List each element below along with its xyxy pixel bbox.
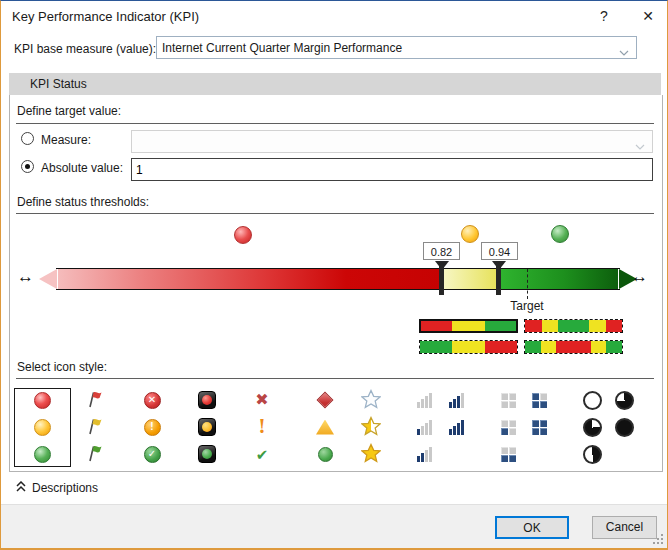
measure-combobox [131,130,653,153]
target-marker-line [527,269,528,299]
icon-style-circled-symbols-row1[interactable]: ✕ [140,388,164,412]
absolute-value-radio[interactable] [21,160,34,173]
divider [16,123,654,124]
divider [16,378,654,379]
icon-style-flags-row2[interactable] [84,415,108,439]
icon-style-bars-3-4-row1[interactable] [444,388,468,412]
base-measure-combobox[interactable]: Internet Current Quarter Margin Performa… [156,36,637,59]
icon-style-circles-3d-row3[interactable] [30,442,54,466]
absolute-value-radio-label[interactable]: Absolute value: [41,161,123,175]
base-measure-value: Internet Current Quarter Margin Performa… [162,41,402,55]
icon-style-moons-a-row3[interactable] [580,442,604,466]
resize-grip[interactable] [653,534,664,545]
chevron-down-icon [635,139,645,153]
icon-style-bars-3-4-row2[interactable] [444,415,468,439]
icon-style-traffic-lights-row3[interactable] [195,442,219,466]
low-threshold-handle[interactable] [439,264,444,295]
threshold-pattern-green-yellow-red-yellow-green[interactable] [524,340,623,354]
yellow-band [442,269,499,289]
divider [16,213,654,214]
slider-right-extend-arrow-icon: ↔ [631,267,648,287]
descriptions-expander[interactable]: Descriptions [16,480,98,496]
slider-left-tip [39,269,57,289]
kpi-status-header: KPI Status [9,73,661,95]
slider-left-extend-arrow-icon: ↔ [17,267,34,287]
icon-style-bars-0-2-row1[interactable] [412,388,436,412]
icon-style-flags-row1[interactable] [84,388,108,412]
icon-style-squares-3-4-row2[interactable] [527,415,551,439]
high-threshold-valuebox[interactable]: 0.94 [481,242,518,260]
threshold-pattern-red-yellow-green-yellow-red[interactable] [524,319,623,333]
red-band [58,269,442,289]
icon-style-shapes-row3[interactable] [313,442,337,466]
icon-style-bars-0-2-row3[interactable] [412,442,436,466]
red-status-dot [234,226,252,244]
kpi-dialog: Key Performance Indicator (KPI) ? ✕ KPI … [0,0,668,550]
define-thresholds-label: Define status thresholds: [17,195,149,209]
icon-style-squares-0-2-row2[interactable] [496,415,520,439]
yellow-status-dot [461,225,479,243]
icon-style-squares-0-2-row3[interactable] [496,442,520,466]
chevron-down-icon [619,45,629,59]
green-band [499,269,618,289]
define-target-label: Define target value: [17,104,121,118]
base-measure-label: KPI base measure (value): [14,42,156,56]
icon-style-squares-0-2-row1[interactable] [496,388,520,412]
threshold-pattern-green-yellow-red[interactable] [419,340,518,354]
icon-style-stars-row1[interactable] [359,388,383,412]
measure-radio[interactable] [21,132,34,145]
footer: OK Cancel [1,504,667,548]
target-marker-label: Target [499,299,555,313]
threshold-slider-track [56,268,620,290]
ok-button[interactable]: OK [495,516,569,539]
icon-style-moons-b-row1[interactable] [612,388,636,412]
icon-style-circled-symbols-row2[interactable]: ! [140,415,164,439]
icon-style-traffic-lights-row1[interactable] [195,388,219,412]
cancel-button[interactable]: Cancel [592,516,657,539]
high-threshold-handle[interactable] [496,264,501,295]
icon-style-shapes-row2[interactable] [313,415,337,439]
icon-style-plain-symbols-row3[interactable]: ✔ [250,442,274,466]
icon-style-traffic-lights-row2[interactable] [195,415,219,439]
icon-style-circles-3d-row2[interactable] [30,415,54,439]
icon-style-moons-a-row1[interactable] [580,388,604,412]
help-button[interactable]: ? [593,7,615,25]
double-chevron-up-icon [16,481,26,495]
select-icon-style-label: Select icon style: [17,360,107,374]
icon-style-squares-3-4-row1[interactable] [527,388,551,412]
icon-style-moons-b-row2[interactable] [612,415,636,439]
icon-style-plain-symbols-row1[interactable]: ✖ [250,388,274,412]
absolute-value-input[interactable] [131,158,653,181]
icon-style-plain-symbols-row2[interactable]: ! [250,415,274,439]
icon-style-moons-a-row2[interactable] [580,415,604,439]
close-button[interactable]: ✕ [637,7,659,25]
icon-style-stars-row3[interactable] [359,442,383,466]
threshold-pattern-red-yellow-green[interactable] [419,319,518,333]
icon-style-flags-row3[interactable] [84,442,108,466]
icon-style-circles-3d-row1[interactable] [30,388,54,412]
dialog-title: Key Performance Indicator (KPI) [12,9,199,24]
icon-style-shapes-row1[interactable] [313,388,337,412]
measure-radio-label[interactable]: Measure: [41,133,91,147]
low-threshold-valuebox[interactable]: 0.82 [423,242,460,260]
icon-style-stars-row2[interactable] [359,415,383,439]
title-bar: Key Performance Indicator (KPI) ? ✕ [1,1,667,31]
descriptions-label: Descriptions [32,481,98,495]
icon-style-circled-symbols-row3[interactable]: ✓ [140,442,164,466]
green-status-dot [551,225,569,243]
icon-style-bars-0-2-row2[interactable] [412,415,436,439]
